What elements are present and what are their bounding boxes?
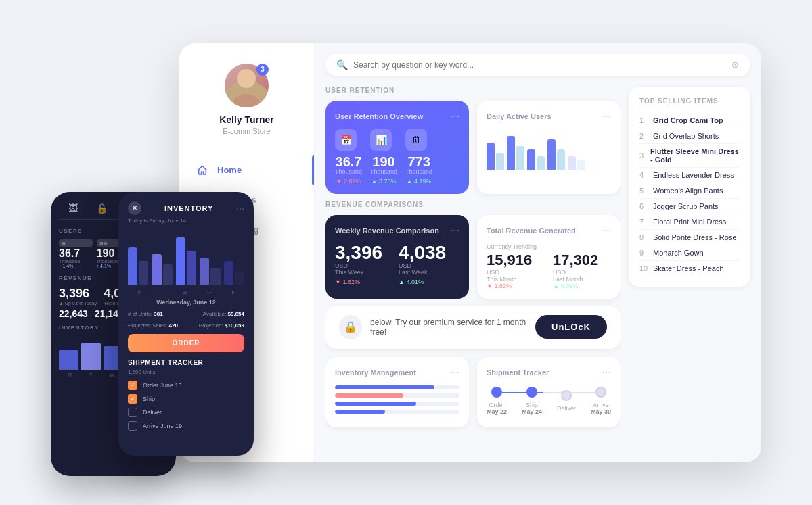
revenue-label: REVENUE COMPARISONS xyxy=(325,201,621,208)
inv-bar-0 xyxy=(335,385,459,389)
total-trending-label-1 xyxy=(553,243,598,250)
shipment-dots-menu[interactable]: ··· xyxy=(602,366,611,379)
grid-icon: 🗓 xyxy=(405,129,427,151)
total-revenue-card: Total Revenue Generated ··· Currently Tr… xyxy=(477,215,621,299)
revenue-period-1: Last Week xyxy=(399,269,446,276)
selling-item-6: 7 Floral Print Mini Dress xyxy=(639,214,740,230)
home-icon xyxy=(196,164,209,177)
retention-stat-2: 🗓 773 Thousand ▲ 4.19% xyxy=(405,129,432,185)
total-unit-1: USD xyxy=(553,269,598,276)
inventory-dots-menu[interactable]: ··· xyxy=(451,366,459,379)
item-name-8: Monarch Gown xyxy=(653,249,704,257)
popup-bar-t xyxy=(152,254,172,285)
tracker-step-ship: Ship May 24 xyxy=(522,387,542,415)
nav-item-home[interactable]: Home xyxy=(179,155,314,185)
phone-rev-sub-0: ▲ Up 0.6% Today xyxy=(59,301,97,306)
chart-label-m: M xyxy=(68,372,72,377)
checklist-label-3: Arrive June 19 xyxy=(143,423,182,429)
item-name-4: Women's Align Pants xyxy=(653,187,723,195)
popup-stats-2: Projected Sales: 420 Projected: $10,059 xyxy=(128,322,244,329)
selling-item-0: 1 Grid Crop Cami Top xyxy=(639,113,740,128)
popup-close-button[interactable]: ✕ xyxy=(128,201,141,215)
device-wrapper: 3 Kelly Turner E-comm Store Home xyxy=(51,30,761,476)
item-name-3: Endless Lavender Dress xyxy=(653,171,734,179)
order-button[interactable]: ORDER xyxy=(128,334,244,352)
phone-stat-change-0: ↑ 1.4% xyxy=(59,264,93,268)
bar-1b xyxy=(496,153,504,170)
retention-stat-0: 📅 36.7 Thousand ▼ 2.81% xyxy=(335,129,362,185)
stat-num-1: 190 xyxy=(370,155,397,168)
popup-stats: # of Units: 381 Available: $9,854 xyxy=(128,311,244,317)
unlock-button[interactable]: UnLOcK xyxy=(535,315,607,339)
checklist-label-1: Ship xyxy=(143,395,155,402)
total-change-1: ▲ 4.01% xyxy=(553,283,598,289)
top-selling-side: TOP SELLING ITEMS 1 Grid Crop Cami Top 2… xyxy=(629,87,750,435)
stat-label-0: Thousand xyxy=(335,168,362,175)
inventory-popup: ✕ INVENTORY ··· Today is Friday, June 14 xyxy=(118,192,254,456)
checkbox-1[interactable]: ✓ xyxy=(128,394,137,404)
daily-dots-menu[interactable]: ··· xyxy=(602,110,611,122)
checkbox-2[interactable] xyxy=(128,408,137,417)
daily-active-title: Daily Active Users xyxy=(487,112,551,120)
item-name-1: Grid Overlap Shorts xyxy=(653,132,719,140)
filter-icon[interactable]: ⚙ xyxy=(731,59,740,70)
total-revenue-title: Total Revenue Generated xyxy=(487,226,576,235)
total-unit-0: USD xyxy=(487,269,537,276)
popup-bar-m xyxy=(128,247,148,285)
total-revenue-header: Total Revenue Generated ··· xyxy=(487,224,611,237)
main-layout: USER RETENTION User Retention Overview ·… xyxy=(325,87,750,435)
step-dot-arrive xyxy=(595,387,606,398)
popup-stat-units: # of Units: 381 xyxy=(128,311,163,317)
tracker-step-arrive: Arrive May 30 xyxy=(591,387,611,415)
popup-label-f: F xyxy=(232,290,235,295)
item-num-2: 3 xyxy=(639,151,650,160)
popup-proj-sales-label: Projected Sales: xyxy=(128,322,167,329)
bar-2b xyxy=(516,146,524,170)
phone-tag-0: ▦ xyxy=(59,239,93,247)
item-name-0: Grid Crop Cami Top xyxy=(653,116,723,124)
step-date-ship: May 24 xyxy=(522,408,542,415)
stat-change-0: ▼ 2.81% xyxy=(335,178,362,185)
stat-change-1: ▲ 3.78% xyxy=(370,178,397,185)
daily-active-header: Daily Active Users ··· xyxy=(487,110,611,122)
user-retention-label: USER RETENTION xyxy=(325,87,621,94)
selling-item-1: 2 Grid Overlap Shorts xyxy=(639,128,740,144)
selling-item-8: 9 Monarch Gown xyxy=(639,245,740,261)
checkbox-3[interactable] xyxy=(128,421,137,431)
total-dots-menu[interactable]: ··· xyxy=(602,224,611,237)
phone-stat-num-0: 36.7 xyxy=(59,248,93,259)
selling-item-9: 10 Skater Dress - Peach xyxy=(639,261,740,276)
search-input[interactable] xyxy=(353,60,731,70)
popup-title: INVENTORY xyxy=(141,204,236,212)
item-num-0: 1 xyxy=(639,116,653,124)
item-num-1: 2 xyxy=(639,132,653,140)
popup-menu-icon[interactable]: ··· xyxy=(236,203,244,214)
checklist-item-1: ✓ Ship xyxy=(128,394,244,404)
chart-label-w: W xyxy=(110,372,114,377)
chart-label-t: T xyxy=(89,372,92,377)
popup-chart xyxy=(128,231,244,285)
item-num-9: 10 xyxy=(639,264,653,272)
search-bar: 🔍 ⚙ xyxy=(325,54,750,76)
popup-proj-sales-value: 420 xyxy=(169,322,178,329)
phone-rev-22643: 22,643 xyxy=(59,308,88,319)
popup-label-t: T xyxy=(160,290,163,295)
popup-header: ✕ INVENTORY ··· xyxy=(128,201,244,215)
retention-dots-menu[interactable]: ··· xyxy=(451,110,459,122)
bar-group-5 xyxy=(568,156,585,170)
shipment-header: Shipment Tracker ··· xyxy=(487,366,611,379)
selling-item-3: 4 Endless Lavender Dress xyxy=(639,168,740,183)
popup-checklist: ✓ Order June 13 ✓ Ship Deliver Arrive Ju… xyxy=(128,381,244,431)
selling-item-2: 3 Flutter Sleeve Mini Dress - Gold xyxy=(639,144,740,168)
weekly-revenue-card: Weekly Revenue Comparison ··· 3,396 USD … xyxy=(325,215,469,299)
daily-active-card: Daily Active Users ··· xyxy=(477,101,621,194)
popup-available-value: $9,854 xyxy=(228,311,244,317)
total-period-1: Last Month xyxy=(553,276,598,283)
nav-label-home: Home xyxy=(217,165,242,175)
bar-2a xyxy=(507,136,515,170)
phone-rev-num-0: 3,396 xyxy=(59,287,97,301)
weekly-dots-menu[interactable]: ··· xyxy=(451,224,459,237)
retention-card-header: User Retention Overview ··· xyxy=(335,110,459,122)
bar-1a xyxy=(487,143,495,170)
checkbox-0[interactable]: ✓ xyxy=(128,381,137,390)
